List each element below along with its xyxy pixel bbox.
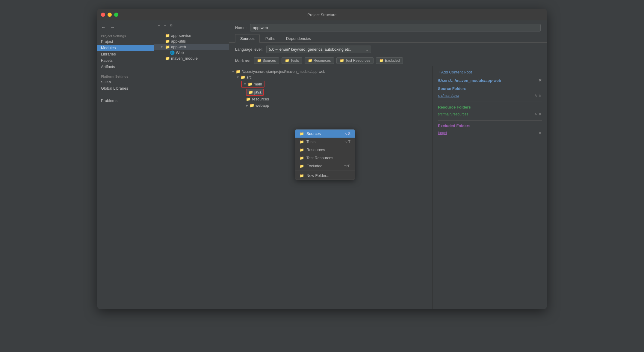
maximize-button[interactable]	[114, 13, 118, 17]
forward-button[interactable]: →	[109, 24, 116, 31]
ctx-resources-folder-icon: 📁	[300, 148, 304, 152]
resource-folder-item: src/main/resources ✎ ✕	[438, 111, 542, 117]
main-content: Name: Sources Paths Dependencies Languag…	[229, 20, 547, 309]
panel-path-text: /Users/…/maven_module/app-web	[438, 78, 501, 83]
context-menu: 📁 Sources ⌥S 📁 Tests ⌥T	[295, 129, 355, 180]
ctx-resources-label: Resources	[306, 148, 325, 152]
sidebar-item-sdks[interactable]: SDKs	[97, 79, 154, 85]
resource-folders-title: Resource Folders	[438, 105, 542, 109]
copy-module-button[interactable]: ⧉	[169, 22, 174, 28]
sidebar: ← → Project Settings Project Modules Lib…	[97, 20, 154, 309]
source-folder-item: src/main/java ✎ ✕	[438, 93, 542, 99]
mark-excluded-button[interactable]: 📁 Excluded	[376, 57, 403, 64]
sidebar-item-modules[interactable]: Modules	[97, 45, 154, 51]
source-folder-edit[interactable]: ✎	[534, 94, 537, 98]
tree-java[interactable]: 📁 java	[246, 89, 264, 96]
webapp-folder-icon: 📁	[250, 103, 254, 108]
mark-resources-button[interactable]: 📁 Resources	[305, 57, 334, 64]
source-folders-title: Source Folders	[438, 86, 542, 91]
tab-dependencies[interactable]: Dependencies	[281, 34, 316, 43]
ctx-sources-left: 📁 Sources	[300, 131, 321, 136]
resource-folder-remove[interactable]: ✕	[538, 112, 542, 117]
tree-main[interactable]: ▼ 📁 main	[241, 81, 264, 88]
mark-sources-button[interactable]: 📁 Sources	[254, 57, 279, 64]
tree-root[interactable]: ▼ 📁 /Users/yuanweiqian/project/maven_mod…	[229, 69, 433, 74]
module-app-service[interactable]: 📁 app-service	[154, 33, 229, 38]
module-web[interactable]: 🌐 Web	[154, 50, 229, 55]
ctx-new-folder-label: New Folder...	[306, 173, 329, 178]
mark-tests-button[interactable]: 📁 Tests	[282, 57, 302, 64]
ctx-resources-left: 📁 Resources	[300, 148, 325, 152]
sidebar-item-artifacts[interactable]: Artifacts	[97, 64, 154, 70]
lang-select[interactable]: 5.0 – 'enum' keyword, generics, autoboxi…	[266, 46, 371, 53]
folder-icon: 📁	[165, 39, 170, 43]
ctx-resources[interactable]: 📁 Resources	[295, 146, 355, 154]
test-resources-btn-label: Test Resources	[345, 58, 370, 63]
name-input[interactable]	[250, 24, 541, 31]
ctx-test-resources[interactable]: 📁 Test Resources	[295, 154, 355, 162]
add-module-button[interactable]: +	[157, 22, 161, 28]
back-button[interactable]: ←	[100, 24, 107, 31]
ctx-test-resources-left: 📁 Test Resources	[300, 156, 333, 160]
resources-folder-icon: 📁	[246, 97, 251, 101]
ctx-excluded-folder-icon: 📁	[300, 164, 304, 168]
tabs-row: Sources Paths Dependencies	[229, 34, 547, 43]
tab-sources-label: Sources	[240, 36, 255, 41]
add-content-root-button[interactable]: + Add Content Root	[438, 70, 542, 74]
main-window: Project Structure ← → Project Settings P…	[97, 9, 547, 309]
root-folder-icon: 📁	[236, 69, 241, 74]
sources-folder-icon: 📁	[257, 58, 261, 63]
close-button[interactable]	[101, 13, 105, 17]
lang-row: Language level: 5.0 – 'enum' keyword, ge…	[229, 43, 547, 56]
module-label: Web	[176, 50, 184, 55]
src-folder-icon: 📁	[241, 75, 245, 79]
tree-resources[interactable]: 📁 resources	[229, 96, 433, 102]
source-folder-remove[interactable]: ✕	[538, 93, 542, 98]
project-settings-label: Project Settings	[97, 33, 154, 38]
sidebar-item-problems[interactable]: Problems	[97, 97, 154, 104]
module-app-utils[interactable]: 📁 app-utils	[154, 38, 229, 44]
mark-test-resources-button[interactable]: 📁 Test Resources	[336, 57, 374, 64]
sidebar-item-libraries[interactable]: Libraries	[97, 51, 154, 57]
java-label: java	[254, 90, 261, 94]
ctx-tests-shortcut: ⌥T	[344, 140, 350, 144]
tab-paths[interactable]: Paths	[260, 34, 280, 43]
ctx-tests-label: Tests	[306, 139, 315, 144]
ctx-test-resources-label: Test Resources	[306, 156, 333, 160]
src-label: src	[247, 75, 252, 79]
window-body: ← → Project Settings Project Modules Lib…	[97, 20, 547, 309]
excluded-folder-icon: 📁	[379, 58, 384, 63]
ctx-excluded[interactable]: 📁 Excluded ⌥E	[295, 162, 355, 170]
folder-icon: 📁	[165, 45, 170, 49]
resource-folder-edit[interactable]: ✎	[534, 112, 537, 116]
root-path: /Users/yuanweiqian/project/maven_module/…	[242, 70, 325, 74]
remove-module-button[interactable]: −	[163, 22, 167, 28]
module-label: app-web	[171, 45, 186, 49]
sources-btn-label: Sources	[263, 58, 276, 63]
excluded-folder-remove[interactable]: ✕	[538, 130, 542, 135]
libraries-label: Libraries	[101, 52, 116, 56]
ctx-sources[interactable]: 📁 Sources ⌥S	[295, 130, 355, 138]
module-maven[interactable]: 📁 maven_module	[154, 55, 229, 61]
tab-sources[interactable]: Sources	[235, 34, 260, 43]
module-app-web[interactable]: ▼ 📁 app-web	[154, 44, 229, 50]
tree-webapp[interactable]: ▶ 📁 webapp	[229, 103, 433, 108]
problems-label: Problems	[101, 98, 117, 103]
ctx-new-folder[interactable]: 📁 New Folder...	[295, 172, 355, 180]
add-content-root-label: + Add Content Root	[438, 70, 472, 74]
resource-folder-path: src/main/resources	[438, 112, 468, 116]
content-split: ▼ 📁 /Users/yuanweiqian/project/maven_mod…	[229, 66, 547, 309]
sidebar-item-global-libraries[interactable]: Global Libraries	[97, 85, 154, 91]
sidebar-item-project[interactable]: Project	[97, 38, 154, 45]
minimize-button[interactable]	[108, 13, 112, 17]
panel-path-close[interactable]: ✕	[538, 78, 542, 83]
ctx-tests[interactable]: 📁 Tests ⌥T	[295, 138, 355, 146]
source-folder-actions: ✎ ✕	[534, 93, 542, 98]
ctx-divider	[295, 171, 355, 171]
test-resources-folder-icon: 📁	[340, 58, 344, 63]
java-folder-icon: 📁	[248, 90, 253, 94]
sidebar-item-facets[interactable]: Facets	[97, 57, 154, 64]
web-icon: 🌐	[170, 50, 175, 55]
tree-src[interactable]: ▼ 📁 src	[229, 74, 433, 80]
traffic-lights	[101, 13, 118, 17]
